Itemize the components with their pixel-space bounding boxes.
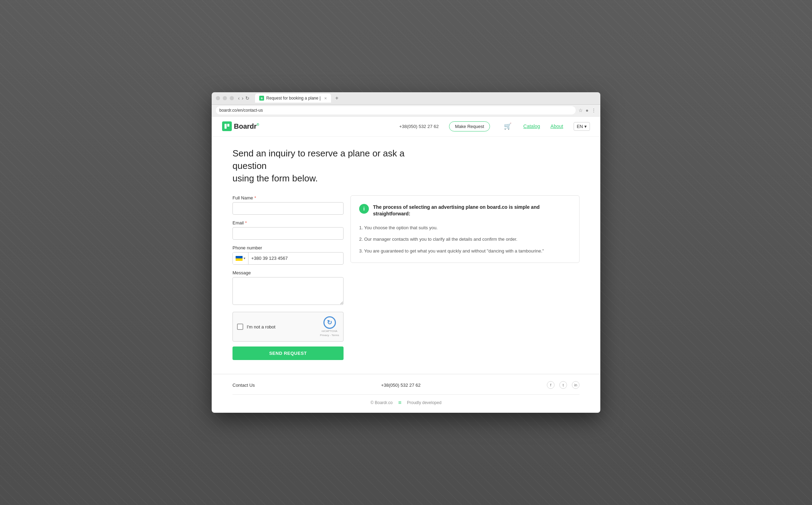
browser-window: ‹ › ↻ B Request for booking a plane | ✕ … (212, 92, 600, 413)
facebook-icon[interactable]: f (547, 381, 555, 389)
back-icon[interactable]: ‹ (238, 95, 240, 101)
full-name-group: Full Name * (232, 195, 344, 215)
traffic-light-yellow (223, 96, 227, 100)
message-textarea[interactable] (232, 277, 344, 305)
more-icon[interactable]: ⋮ (591, 108, 596, 113)
forward-icon[interactable]: › (242, 95, 244, 101)
footer-contact-label: Contact Us (232, 383, 255, 388)
contact-form: Full Name * Email * Phone number (232, 195, 344, 360)
flag-dropdown-arrow: ▾ (244, 256, 245, 260)
address-icons: ☆ ● ⋮ (578, 108, 596, 113)
site-header: Boardr® +38(050) 532 27 62 Make Request … (212, 117, 600, 137)
browser-addressbar: ☆ ● ⋮ (212, 105, 600, 117)
captcha-checkbox[interactable] (237, 324, 243, 330)
footer-social: f t in (547, 381, 580, 389)
header-phone: +38(050) 532 27 62 (399, 124, 439, 129)
browser-titlebar: ‹ › ↻ B Request for booking a plane | ✕ … (212, 92, 600, 105)
info-title: The process of selecting an advertising … (373, 204, 571, 217)
message-label: Message (232, 270, 344, 275)
traffic-light-green (230, 96, 234, 100)
info-icon: i (359, 204, 369, 214)
page-content: Boardr® +38(050) 532 27 62 Make Request … (212, 117, 600, 413)
browser-tab[interactable]: B Request for booking a plane | ✕ (255, 94, 331, 103)
logo-area: Boardr® (222, 121, 259, 131)
make-request-button[interactable]: Make Request (449, 121, 490, 131)
cart-icon[interactable]: 🛒 (504, 122, 511, 130)
tab-favicon: B (259, 96, 264, 101)
info-step-1: 1. You choose the option that suits you. (359, 224, 571, 231)
phone-flag[interactable]: ▾ (233, 252, 248, 264)
language-button[interactable]: EN ▾ (574, 122, 590, 131)
new-tab-button[interactable]: + (335, 95, 338, 101)
logo-text: Boardr® (234, 122, 259, 130)
page-heading: Send an inquiry to reserve a plane or as… (232, 147, 441, 185)
bookmark-icon[interactable]: ☆ (578, 108, 583, 113)
info-steps: 1. You choose the option that suits you.… (359, 224, 571, 255)
captcha-box[interactable]: I'm not a robot ↻ reCAPTCHA Privacy - Te… (232, 312, 344, 342)
tab-title: Request for booking a plane | (266, 96, 321, 101)
email-label: Email * (232, 220, 344, 225)
account-icon[interactable]: ● (586, 108, 589, 113)
traffic-light-red (216, 96, 220, 100)
info-step-2: 2. Our manager contacts with you to clar… (359, 236, 571, 243)
svg-rect-0 (225, 124, 227, 129)
captcha-left: I'm not a robot (237, 324, 276, 330)
info-box: i The process of selecting an advertisin… (350, 195, 580, 263)
submit-button[interactable]: Send request (232, 346, 344, 360)
captcha-label: I'm not a robot (247, 324, 276, 329)
email-group: Email * (232, 220, 344, 240)
tab-close-button[interactable]: ✕ (324, 96, 327, 100)
instagram-icon[interactable]: in (572, 381, 580, 389)
catalog-link[interactable]: Catalog (523, 123, 540, 129)
email-required-mark: * (245, 220, 247, 225)
phone-input-wrapper: ▾ (232, 252, 344, 265)
full-name-label: Full Name * (232, 195, 344, 200)
address-input[interactable] (216, 106, 576, 114)
recaptcha-sub: Privacy - Terms (320, 334, 339, 337)
required-mark: * (254, 195, 256, 200)
phone-group: Phone number ▾ (232, 245, 344, 265)
browser-nav-icons: ‹ › ↻ (238, 95, 249, 101)
about-link[interactable]: About (550, 123, 563, 129)
reload-icon[interactable]: ↻ (245, 95, 249, 101)
message-group: Message (232, 270, 344, 306)
chevron-down-icon: ▾ (584, 124, 587, 129)
recaptcha-brand: reCAPTCHA (322, 329, 337, 333)
info-step-3: 3. You are guaranteed to get what you wa… (359, 248, 571, 255)
footer-dev-logo-icon: ≡ (398, 400, 401, 406)
form-info-layout: Full Name * Email * Phone number (232, 195, 580, 360)
svg-rect-1 (227, 124, 229, 127)
site-footer: Contact Us +38(050) 532 27 62 f t in © B… (212, 374, 600, 413)
phone-label: Phone number (232, 245, 344, 250)
full-name-input[interactable] (232, 202, 344, 215)
logo-icon (222, 121, 232, 131)
footer-copyright: © Boardr.co (371, 400, 393, 405)
twitter-icon[interactable]: t (559, 381, 567, 389)
info-header: i The process of selecting an advertisin… (359, 204, 571, 217)
footer-phone: +38(050) 532 27 62 (381, 383, 421, 388)
main-content: Send an inquiry to reserve a plane or as… (212, 137, 600, 374)
ukraine-flag-icon (236, 256, 243, 261)
footer-main: Contact Us +38(050) 532 27 62 f t in (232, 381, 580, 394)
footer-bottom: © Boardr.co ≡ Proudly developed (232, 394, 580, 406)
captcha-logo: ↻ reCAPTCHA Privacy - Terms (320, 316, 339, 337)
phone-input[interactable] (248, 254, 343, 263)
footer-dev-text: Proudly developed (407, 400, 441, 405)
email-input[interactable] (232, 227, 344, 240)
recaptcha-icon: ↻ (323, 316, 336, 329)
